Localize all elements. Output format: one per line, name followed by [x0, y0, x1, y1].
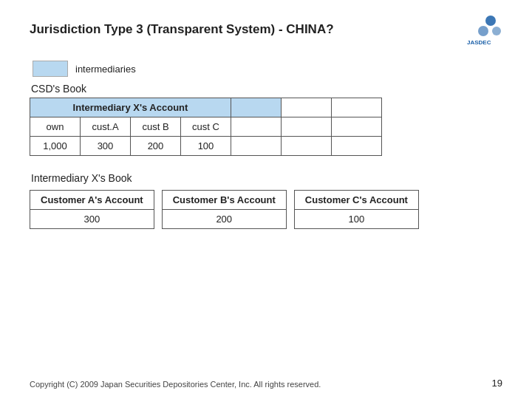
csd-empty-col1	[231, 98, 282, 117]
val-empty2	[282, 137, 332, 156]
csd-empty-col3	[332, 98, 382, 117]
svg-point-2	[492, 27, 501, 35]
legend-label: intermediaries	[75, 64, 136, 75]
page-title: Jurisdiction Type 3 (Transparent System)…	[30, 22, 334, 37]
customer-b-header: Customer B's Account	[162, 191, 286, 210]
customer-b-table: Customer B's Account 200	[162, 190, 287, 229]
col-empty1	[231, 117, 282, 137]
jasdec-logo: JASDEC	[464, 15, 502, 47]
svg-point-0	[485, 16, 496, 26]
customer-b-value: 200	[162, 210, 286, 229]
svg-text:JASDEC: JASDEC	[467, 39, 491, 46]
col-empty3	[332, 117, 382, 137]
inter-section-label: Intermediary X's Book	[31, 172, 502, 184]
customer-c-value: 100	[294, 210, 418, 229]
val-custc: 100	[181, 137, 231, 156]
inter-book-tables: Customer A's Account 300 Customer B's Ac…	[30, 190, 502, 229]
customer-a-header: Customer A's Account	[30, 191, 154, 210]
val-own: 1,000	[30, 137, 81, 156]
col-header-own: own	[30, 117, 81, 137]
footer: Copyright (C) 2009 Japan Securities Depo…	[30, 378, 502, 389]
csd-table: Intermediary X's Account own cust.A cust…	[30, 98, 382, 156]
csd-section-label: CSD's Book	[31, 83, 502, 95]
customer-c-header: Customer C's Account	[294, 191, 418, 210]
col-empty2	[282, 117, 332, 137]
col-header-custa: cust.A	[81, 117, 131, 137]
csd-empty-col2	[282, 98, 332, 117]
copyright-text: Copyright (C) 2009 Japan Securities Depo…	[30, 380, 321, 389]
val-custb: 200	[131, 137, 181, 156]
customer-c-table: Customer C's Account 100	[294, 190, 419, 229]
customer-a-value: 300	[30, 210, 154, 229]
col-header-custb: cust B	[131, 117, 181, 137]
val-custa: 300	[81, 137, 131, 156]
legend-row: intermediaries	[33, 61, 502, 77]
col-header-custc: cust C	[181, 117, 231, 137]
customer-a-table: Customer A's Account 300	[30, 190, 154, 229]
page-number: 19	[492, 378, 502, 389]
csd-merged-header: Intermediary X's Account	[30, 98, 231, 117]
header: Jurisdiction Type 3 (Transparent System)…	[30, 15, 502, 47]
val-empty3	[332, 137, 382, 156]
slide-page: Jurisdiction Type 3 (Transparent System)…	[0, 0, 532, 399]
svg-point-1	[478, 26, 488, 36]
legend-color-box	[33, 61, 68, 77]
val-empty1	[231, 137, 282, 156]
